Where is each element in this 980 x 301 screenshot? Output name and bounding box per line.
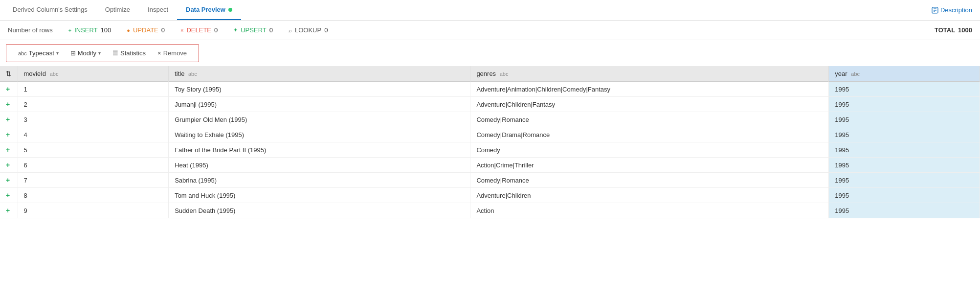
typecast-label: Typecast — [29, 49, 54, 57]
modify-icon: ⊞ — [70, 49, 76, 57]
cell-title: Tom and Huck (1995) — [169, 188, 470, 203]
data-table-container: ⇅ movieId abc title abc genres abc year … — [0, 66, 980, 291]
remove-button[interactable]: × Remove — [152, 47, 193, 59]
cell-genres: Comedy — [470, 142, 829, 158]
cell-genres: Adventure|Animation|Children|Comedy|Fant… — [470, 82, 829, 97]
cell-movieid: 8 — [18, 188, 169, 203]
column-toolbar: abc Typecast ▾ ⊞ Modify ▾ ☰ Statistics ×… — [6, 44, 199, 62]
cell-year: 1995 — [829, 97, 980, 112]
tab-datapreview[interactable]: Data Preview — [177, 0, 241, 20]
tab-derived[interactable]: Derived Column's Settings — [4, 0, 96, 20]
description-label: Description — [940, 6, 972, 14]
col-genres[interactable]: genres abc — [470, 66, 829, 82]
lookup-icon: ⌕ — [289, 27, 292, 33]
table-row: +5Father of the Bride Part II (1995)Come… — [0, 142, 980, 158]
lookup-label: LOOKUP — [295, 26, 321, 34]
cell-movieid: 4 — [18, 127, 169, 142]
upsert-stat: ✦ UPSERT 0 — [233, 26, 273, 34]
cell-genres: Comedy|Drama|Romance — [470, 127, 829, 142]
row-add-button[interactable]: + — [6, 116, 10, 123]
cell-movieid: 2 — [18, 97, 169, 112]
typecast-chevron-icon: ▾ — [56, 50, 59, 56]
col-year[interactable]: year abc — [829, 66, 980, 82]
total-label: TOTAL — [935, 26, 955, 34]
table-row: +3Grumpier Old Men (1995)Comedy|Romance1… — [0, 112, 980, 127]
row-expand-cell: + — [0, 188, 18, 203]
table-body: +1Toy Story (1995)Adventure|Animation|Ch… — [0, 82, 980, 218]
table-header-row: ⇅ movieId abc title abc genres abc year … — [0, 66, 980, 82]
col-expand[interactable]: ⇅ — [0, 66, 18, 82]
row-expand-cell: + — [0, 82, 18, 97]
row-add-button[interactable]: + — [6, 161, 10, 169]
upsert-icon: ✦ — [233, 27, 238, 33]
cell-year: 1995 — [829, 142, 980, 158]
tab-bar: Derived Column's Settings Optimize Inspe… — [0, 0, 980, 21]
description-icon — [932, 7, 938, 14]
row-add-button[interactable]: + — [6, 131, 10, 139]
modify-button[interactable]: ⊞ Modify ▾ — [65, 47, 107, 59]
description-button[interactable]: Description — [928, 4, 976, 16]
cell-title: Sabrina (1995) — [169, 173, 470, 188]
insert-label: INSERT — [74, 26, 97, 34]
update-value: 0 — [161, 26, 165, 34]
col-title[interactable]: title abc — [169, 66, 470, 82]
update-stat: ● UPDATE 0 — [127, 26, 165, 34]
modify-label: Modify — [78, 49, 96, 57]
stats-bar: Number of rows + INSERT 100 ● UPDATE 0 ×… — [0, 21, 980, 40]
cell-title: Heat (1995) — [169, 158, 470, 173]
rows-label: Number of rows — [8, 26, 53, 34]
cell-year: 1995 — [829, 188, 980, 203]
col-movieid[interactable]: movieId abc — [18, 66, 169, 82]
delete-icon: × — [180, 27, 183, 33]
tab-datapreview-label: Data Preview — [186, 6, 225, 13]
cell-year: 1995 — [829, 112, 980, 127]
cell-genres: Comedy|Romance — [470, 112, 829, 127]
table-row: +2Jumanji (1995)Adventure|Children|Fanta… — [0, 97, 980, 112]
cell-movieid: 9 — [18, 203, 169, 218]
row-add-button[interactable]: + — [6, 100, 10, 108]
row-expand-cell: + — [0, 97, 18, 112]
cell-title: Toy Story (1995) — [169, 82, 470, 97]
remove-label: Remove — [163, 49, 187, 57]
cell-title: Sudden Death (1995) — [169, 203, 470, 218]
row-expand-cell: + — [0, 173, 18, 188]
lookup-value: 0 — [324, 26, 328, 34]
row-add-button[interactable]: + — [6, 207, 10, 214]
data-preview-dot — [228, 8, 232, 12]
cell-year: 1995 — [829, 158, 980, 173]
cell-movieid: 7 — [18, 173, 169, 188]
update-label: UPDATE — [133, 26, 158, 34]
row-add-button[interactable]: + — [6, 85, 10, 93]
row-expand-cell: + — [0, 203, 18, 218]
total-stat: TOTAL 1000 — [935, 26, 972, 34]
table-row: +1Toy Story (1995)Adventure|Animation|Ch… — [0, 82, 980, 97]
cell-movieid: 6 — [18, 158, 169, 173]
delete-label: DELETE — [186, 26, 211, 34]
tab-inspect[interactable]: Inspect — [139, 0, 177, 20]
cell-movieid: 3 — [18, 112, 169, 127]
statistics-button[interactable]: ☰ Statistics — [107, 47, 152, 59]
statistics-icon: ☰ — [112, 49, 118, 57]
typecast-button[interactable]: abc Typecast ▾ — [12, 47, 65, 59]
upsert-label: UPSERT — [241, 26, 267, 34]
upsert-value: 0 — [269, 26, 273, 34]
delete-value: 0 — [214, 26, 218, 34]
cell-year: 1995 — [829, 173, 980, 188]
row-expand-cell: + — [0, 158, 18, 173]
row-add-button[interactable]: + — [6, 176, 10, 184]
insert-stat: + INSERT 100 — [68, 26, 111, 34]
row-expand-cell: + — [0, 142, 18, 158]
row-add-button[interactable]: + — [6, 146, 10, 154]
cell-year: 1995 — [829, 82, 980, 97]
update-icon: ● — [127, 27, 130, 33]
cell-year: 1995 — [829, 127, 980, 142]
insert-value: 100 — [101, 26, 111, 34]
cell-title: Jumanji (1995) — [169, 97, 470, 112]
row-add-button[interactable]: + — [6, 191, 10, 199]
cell-movieid: 1 — [18, 82, 169, 97]
sort-icon: ⇅ — [6, 70, 11, 77]
tab-optimize[interactable]: Optimize — [96, 0, 139, 20]
insert-icon: + — [68, 27, 71, 33]
lookup-stat: ⌕ LOOKUP 0 — [289, 26, 328, 34]
data-table: ⇅ movieId abc title abc genres abc year … — [0, 66, 980, 218]
